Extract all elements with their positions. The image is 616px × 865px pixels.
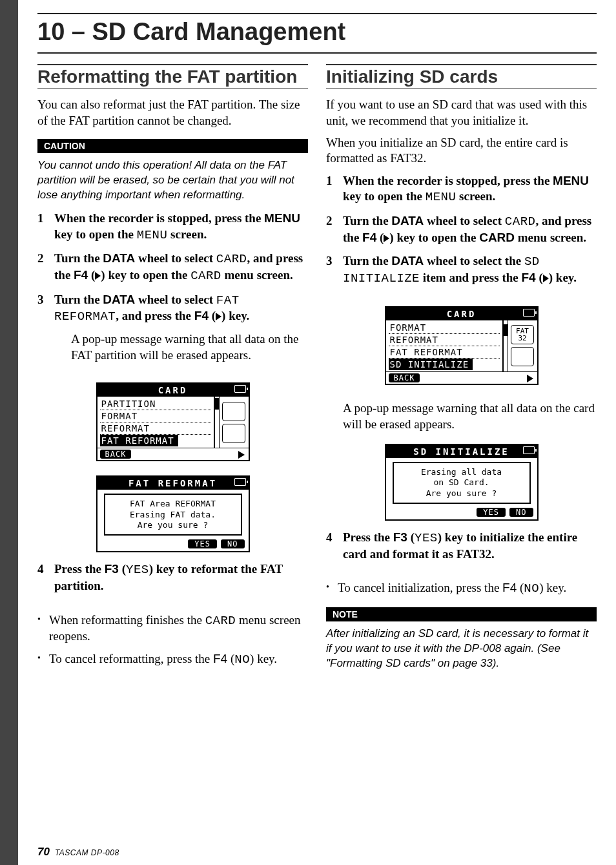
- paragraph: When you initialize an SD card, the enti…: [326, 135, 597, 167]
- play-arrow-icon: [216, 313, 221, 320]
- no-button: NO: [221, 539, 244, 548]
- key-menu: MENU: [264, 211, 300, 225]
- dialog-line: FAT Area REFORMAT: [108, 499, 238, 509]
- ds-header: CARD: [98, 384, 249, 397]
- t: , and press the: [116, 309, 194, 322]
- paragraph: If you want to use an SD card that was u…: [326, 97, 597, 129]
- right-column: Initializing SD cards If you want to use…: [326, 64, 597, 839]
- t: (: [517, 581, 524, 594]
- popup-note: A pop-up message warning that all data o…: [54, 331, 308, 363]
- step-1: When the recorder is stopped, press the …: [326, 173, 597, 205]
- card-menu: CARD: [190, 269, 221, 283]
- ds-body: FORMAT REFORMAT FAT REFORMAT SD INITIALI…: [386, 320, 537, 371]
- ds-title: CARD: [447, 309, 477, 319]
- t: Turn the: [54, 251, 103, 265]
- t: menu screen.: [221, 268, 293, 282]
- ds-title: SD INITIALIZE: [413, 446, 509, 457]
- ds-body: PARTITION FORMAT REFORMAT FAT REFORMAT: [98, 397, 249, 448]
- t: menu screen.: [515, 231, 586, 244]
- dialog-line: Erasing all data: [396, 467, 527, 477]
- scroll-thumb: [214, 398, 220, 410]
- dialog-buttons: YES NO: [98, 539, 249, 551]
- no-button: NO: [509, 508, 533, 517]
- content-area: 10 – SD Card Management Reformatting the…: [18, 0, 616, 865]
- play-arrow-icon: [543, 275, 549, 282]
- no-label: NO: [234, 652, 250, 667]
- battery-icon: [234, 478, 246, 486]
- ds-title: FAT REFORMAT: [128, 478, 217, 488]
- intro-paragraph: You can also reformat just the FAT parti…: [37, 97, 308, 129]
- t: wheel to select: [424, 214, 505, 227]
- ds-title: CARD: [158, 385, 188, 395]
- t: (: [119, 562, 126, 576]
- ds-item: REFORMAT: [389, 334, 500, 346]
- steps-list-cont: Press the F3 (YES) key to initialize the…: [326, 530, 597, 570]
- key-f4: F4: [213, 652, 227, 665]
- confirm-dialog: Erasing all data on SD Card. Are you sur…: [393, 462, 531, 504]
- t: ) key to open the: [389, 231, 479, 244]
- ds-list: FORMAT REFORMAT FAT REFORMAT SD INITIALI…: [386, 320, 502, 371]
- ds-list: PARTITION FORMAT REFORMAT FAT REFORMAT: [98, 397, 214, 448]
- t: To cancel initialization, press the: [338, 581, 502, 594]
- wheel-data: DATA: [103, 251, 135, 265]
- popup-note: A pop-up message warning that all data o…: [326, 401, 597, 432]
- t: ) key to open the: [101, 268, 190, 282]
- t: When the recorder is stopped, press the: [54, 211, 264, 225]
- steps-list-cont: Press the F3 (YES) key to reformat the F…: [37, 561, 308, 601]
- bullet-item: When reformatting finishes the CARD menu…: [37, 612, 308, 645]
- dialog-buttons: YES NO: [386, 508, 537, 519]
- note-text: After initializing an SD card, it is nec…: [326, 627, 597, 671]
- ds-item: FORMAT: [100, 410, 211, 422]
- scrollbar: [502, 320, 508, 371]
- fat32-icon: FAT 32: [511, 325, 534, 344]
- ds-side-icons: FAT 32: [508, 320, 537, 371]
- t: Press the: [343, 530, 393, 544]
- yes-label: YES: [126, 563, 149, 577]
- t: To cancel reformatting, press the: [49, 652, 213, 665]
- t: Turn the: [54, 293, 103, 306]
- ds-item: PARTITION: [100, 398, 211, 410]
- key-f4: F4: [74, 268, 88, 282]
- t: Turn the: [343, 214, 391, 227]
- device-screenshot-card-menu: CARD PARTITION FORMAT REFORMAT FAT REFOR…: [96, 382, 250, 461]
- caution-text: You cannot undo this operation! All data…: [37, 158, 308, 203]
- page-number: 70: [37, 846, 50, 859]
- battery-icon: [234, 385, 246, 393]
- wheel-data: DATA: [391, 254, 424, 267]
- confirm-dialog: FAT Area REFORMAT Erasing FAT data. Are …: [104, 494, 242, 536]
- battery-icon: [523, 309, 535, 317]
- step-3: Turn the DATA wheel to select the SD INI…: [326, 253, 597, 286]
- bullet-item: To cancel initialization, press the F4 (…: [326, 580, 597, 597]
- card-item: CARD: [505, 214, 536, 229]
- t: ) key.: [539, 581, 566, 594]
- ds-item: REFORMAT: [100, 422, 211, 435]
- bullets: To cancel initialization, press the F4 (…: [326, 580, 597, 603]
- t: ) key.: [549, 271, 577, 284]
- ds-header: CARD: [386, 307, 537, 320]
- yes-button: YES: [477, 508, 506, 517]
- card-menu: CARD: [479, 231, 515, 244]
- device-screenshot-card-menu: CARD FORMAT REFORMAT FAT REFORMAT SD INI…: [385, 306, 539, 385]
- menu-screen: MENU: [426, 190, 457, 204]
- ds-header: FAT REFORMAT: [98, 477, 249, 490]
- step-2: Turn the DATA wheel to select CARD, and …: [326, 213, 597, 245]
- steps-list: When the recorder is stopped, press the …: [326, 173, 597, 295]
- step-3: Turn the DATA wheel to select FAT REFORM…: [37, 292, 308, 364]
- left-column: Reformatting the FAT partition You can a…: [37, 64, 308, 839]
- bullets: When reformatting finishes the CARD menu…: [37, 612, 308, 674]
- ds-item-selected: SD INITIALIZE: [389, 359, 473, 370]
- ds-item-selected: FAT REFORMAT: [100, 435, 178, 446]
- product-name: TASCAM DP-008: [55, 848, 119, 857]
- scroll-thumb: [503, 324, 508, 336]
- key-f4: F4: [502, 581, 517, 594]
- ds-item: FORMAT: [389, 322, 500, 334]
- menu-screen: MENU: [137, 228, 168, 242]
- t: (: [88, 268, 95, 282]
- dialog-line: Erasing FAT data.: [108, 510, 238, 520]
- t: wheel to select: [135, 293, 216, 306]
- dialog-line: Are you sure ?: [108, 520, 238, 530]
- key-f4: F4: [522, 271, 536, 284]
- format-icon: [511, 347, 534, 366]
- t: key to open the: [343, 189, 426, 203]
- t: wheel to select: [135, 251, 216, 265]
